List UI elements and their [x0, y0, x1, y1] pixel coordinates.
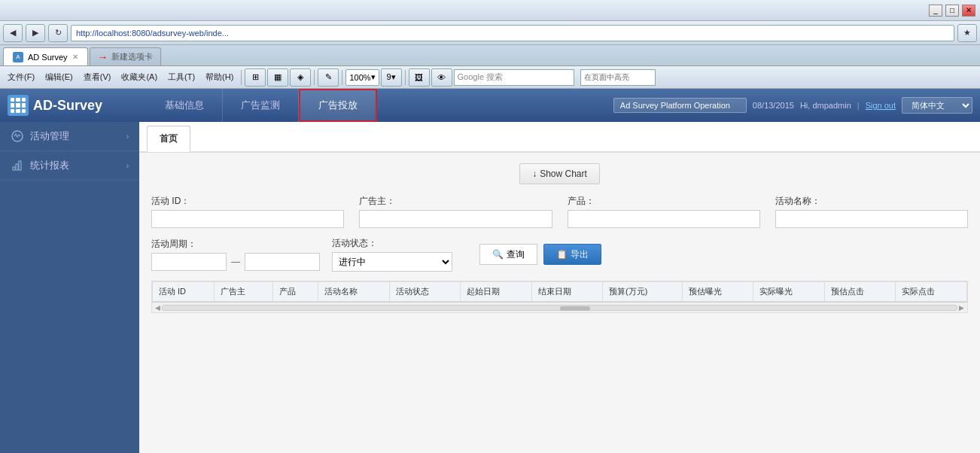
- tab-adsurvey[interactable]: A AD Survey ✕: [3, 47, 88, 65]
- export-icon: 📋: [556, 249, 568, 260]
- toolbar-btn-2[interactable]: ▦: [267, 68, 288, 87]
- form-group-activity-name: 活动名称：: [775, 195, 968, 228]
- product-label: 产品：: [568, 195, 760, 208]
- table-scrollbar[interactable]: ◀ ▶: [152, 302, 967, 312]
- highlight-box[interactable]: 在页面中高亮: [580, 69, 656, 86]
- col-product: 产品: [272, 282, 318, 302]
- menu-edit[interactable]: 编辑(E): [41, 71, 78, 83]
- close-btn[interactable]: ✕: [962, 5, 975, 17]
- query-label: 查询: [507, 248, 525, 261]
- app-logo-text: AD-Survey: [33, 98, 102, 114]
- sidebar-activity-arrow: ›: [126, 132, 129, 141]
- nav-tabs-top: 基础信息 广告监测 广告投放: [147, 89, 613, 122]
- advertiser-input[interactable]: [359, 210, 552, 228]
- form-row1: 活动 ID： 广告主： 产品： 活动名称：: [151, 195, 968, 228]
- header-date: 08/13/2015: [753, 101, 794, 110]
- col-activity-id: 活动 ID: [153, 282, 215, 302]
- platform-select[interactable]: Ad Survey Platform Operation: [613, 98, 747, 113]
- menu-help[interactable]: 帮助(H): [201, 71, 238, 83]
- sidebar-item-report[interactable]: 统计报表 ›: [0, 151, 139, 181]
- address-bar[interactable]: http://localhost:8080/adsurvey-web/inde.…: [71, 25, 954, 41]
- logo-icon: [8, 95, 29, 116]
- search-icon: 🔍: [492, 249, 504, 260]
- toolbar-btn-6[interactable]: 🖼: [409, 68, 430, 87]
- query-button[interactable]: 🔍 查询: [479, 244, 537, 265]
- menu-view[interactable]: 查看(V): [79, 71, 116, 83]
- favorites-btn[interactable]: ★: [957, 24, 977, 42]
- sidebar-item-report-label: 统计报表: [30, 159, 69, 172]
- col-activity-name: 活动名称: [318, 282, 390, 302]
- browser-navbar: ◀ ▶ ↻ http://localhost:8080/adsurvey-web…: [0, 21, 980, 45]
- toolbar-sep-3: [342, 70, 342, 85]
- toolbar-btn-4[interactable]: ✎: [318, 68, 339, 87]
- export-button[interactable]: 📋 导出: [543, 244, 601, 265]
- show-chart-area: ↓ Show Chart: [151, 163, 968, 184]
- status-select[interactable]: 进行中 未开始 已结束 全部: [332, 252, 452, 272]
- tab-adsurvey-label: AD Survey: [28, 53, 68, 62]
- app-logo: AD-Survey: [8, 95, 147, 116]
- form-group-period: 活动周期： —: [151, 238, 320, 271]
- refresh-btn[interactable]: ↻: [48, 24, 68, 42]
- nav-tab-jcxx[interactable]: 基础信息: [147, 89, 223, 122]
- nav-tab-ggTF[interactable]: 广告投放: [299, 89, 377, 122]
- nav-tab-ggJC-label: 广告监测: [241, 99, 280, 112]
- tab-newtab[interactable]: → 新建选项卡: [90, 47, 161, 65]
- col-budget: 预算(万元): [603, 282, 683, 302]
- action-btns: 🔍 查询 📋 导出: [479, 244, 601, 265]
- tab-home[interactable]: 首页: [147, 126, 190, 152]
- google-search-box[interactable]: Google 搜索: [454, 69, 574, 86]
- form-row2: 活动周期： — 活动状态： 进行中 未开始 已结束 全部: [151, 237, 968, 272]
- show-chart-label: Show Chart: [540, 169, 587, 179]
- minimize-btn[interactable]: _: [929, 5, 942, 17]
- menu-file[interactable]: 文件(F): [3, 71, 39, 83]
- toolbar-btn-1[interactable]: ⊞: [245, 68, 266, 87]
- content-body: ↓ Show Chart 活动 ID： 广告主： 产品：: [139, 153, 980, 321]
- data-table-wrap: 活动 ID 广告主 产品 活动名称 活动状态 起始日期 结束日期 预算(万元) …: [151, 281, 968, 313]
- scroll-left-btn[interactable]: ◀: [154, 304, 162, 312]
- period-label: 活动周期：: [151, 238, 320, 251]
- col-status: 活动状态: [389, 282, 461, 302]
- sign-out-link[interactable]: Sign out: [866, 101, 896, 110]
- form-group-product: 产品：: [568, 195, 760, 228]
- header-user: Hi, dmpadmin: [800, 101, 851, 110]
- activity-id-input[interactable]: [151, 210, 344, 228]
- down-arrow-icon: ↓: [532, 169, 537, 179]
- activity-name-input[interactable]: [775, 210, 968, 228]
- forward-btn[interactable]: ▶: [26, 24, 45, 42]
- sidebar-item-activity[interactable]: 活动管理 ›: [0, 122, 139, 151]
- scroll-right-btn[interactable]: ▶: [957, 304, 966, 312]
- restore-btn[interactable]: □: [945, 5, 959, 17]
- form-group-status: 活动状态： 进行中 未开始 已结束 全部: [332, 237, 452, 272]
- content-tab-bar: 首页: [139, 122, 980, 153]
- date-range: —: [151, 253, 320, 271]
- scroll-track[interactable]: [162, 305, 957, 311]
- lang-select[interactable]: 简体中文: [902, 97, 972, 114]
- period-end-input[interactable]: [245, 253, 320, 271]
- header-right: Ad Survey Platform Operation 08/13/2015 …: [613, 97, 980, 114]
- nav-tab-ggJC[interactable]: 广告监测: [223, 89, 299, 122]
- form-group-advertiser: 广告主：: [359, 195, 552, 228]
- tab-home-label: 首页: [160, 133, 178, 144]
- app-body: 活动管理 › 统计报表 › 首页: [0, 122, 980, 453]
- show-chart-button[interactable]: ↓ Show Chart: [519, 163, 600, 184]
- toolbar-bar: 文件(F) 编辑(E) 查看(V) 收藏夹(A) 工具(T) 帮助(H) ⊞ ▦…: [0, 66, 980, 89]
- svg-rect-1: [13, 167, 15, 170]
- zoom-box[interactable]: 100% ▾: [345, 69, 379, 86]
- product-input[interactable]: [568, 210, 760, 228]
- toolbar-btn-3[interactable]: ◈: [290, 68, 311, 87]
- sidebar-report-arrow: ›: [126, 162, 129, 170]
- back-btn[interactable]: ◀: [3, 24, 23, 42]
- toolbar-sep-4: [405, 70, 406, 85]
- tab-adsurvey-close[interactable]: ✕: [72, 53, 78, 61]
- menu-favorites[interactable]: 收藏夹(A): [117, 71, 162, 83]
- toolbar-btn-7[interactable]: 👁: [431, 68, 452, 87]
- tab-newtab-label: 新建选项卡: [111, 51, 153, 62]
- scroll-thumb[interactable]: [560, 306, 590, 311]
- menu-tools[interactable]: 工具(T): [163, 71, 199, 83]
- col-end-date: 结束日期: [531, 282, 603, 302]
- period-start-input[interactable]: [151, 253, 227, 271]
- address-text: http://localhost:8080/adsurvey-web/inde.…: [76, 29, 229, 38]
- table-header-row: 活动 ID 广告主 产品 活动名称 活动状态 起始日期 结束日期 预算(万元) …: [153, 282, 967, 302]
- window-controls[interactable]: _ □ ✕: [929, 5, 975, 17]
- toolbar-btn-5[interactable]: 9▾: [381, 68, 402, 87]
